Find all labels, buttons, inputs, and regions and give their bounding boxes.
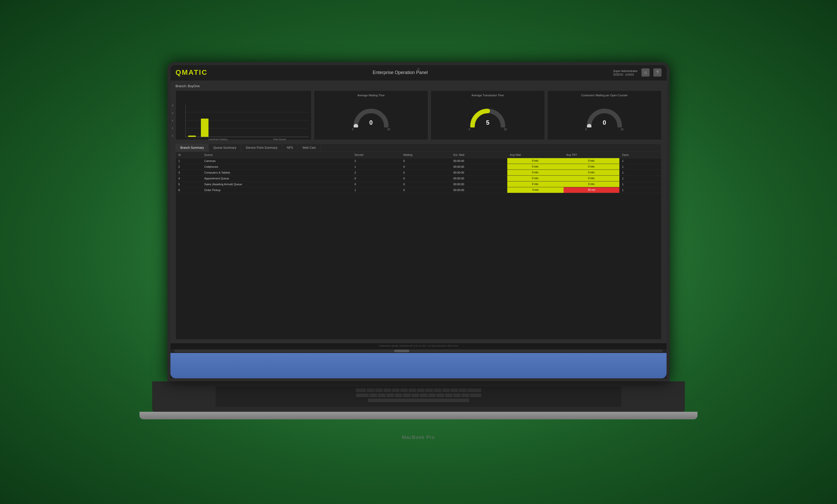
tab-queue-summary[interactable]: Queue Summary bbox=[209, 144, 241, 151]
cell-id: 8 bbox=[176, 187, 202, 193]
home-button[interactable]: ⌂ bbox=[641, 69, 649, 76]
table-container[interactable]: Id Queue Served Waiting Est. Wait Avg Wa… bbox=[176, 152, 661, 339]
user-info: Super Administrator Settings Logout bbox=[613, 70, 638, 75]
y-label-6: 6 bbox=[172, 112, 173, 114]
tab-nps[interactable]: NPS bbox=[282, 144, 298, 151]
main-content: Branch: BuyOne 8 6 4 bbox=[171, 80, 666, 343]
tabs-row: Branch Summary Queue Summary Service Poi… bbox=[176, 144, 661, 152]
cell-est-wait: 00:00:00 bbox=[451, 175, 507, 181]
cell-served: 2 bbox=[352, 169, 401, 175]
key bbox=[434, 389, 441, 392]
gauge-avg-wait: Average Waiting Time 0 bbox=[314, 91, 428, 140]
cell-avg-wait: 0 min. bbox=[507, 164, 564, 169]
scrollbar-area[interactable] bbox=[171, 349, 666, 353]
cell-queue: Cameras bbox=[202, 158, 352, 164]
col-avg-wait: Avg Wait bbox=[507, 152, 564, 158]
cell-id: 5 bbox=[176, 181, 202, 187]
cell-avg-trt: 30 min bbox=[564, 187, 619, 193]
cell-waiting: 0 bbox=[401, 187, 451, 193]
key bbox=[403, 393, 411, 397]
cell-id: 3 bbox=[176, 169, 202, 175]
table-row: 5 Sales (Awaiting Arrival) Queue 0 0 00:… bbox=[176, 181, 661, 187]
key bbox=[462, 393, 469, 397]
cell-avg-wait: 0 min. bbox=[507, 181, 564, 187]
gauge-avg-trt-max: 10 bbox=[504, 128, 507, 131]
bars-container bbox=[188, 104, 306, 137]
gauge-avg-wait-range: 0 10 bbox=[352, 128, 390, 131]
cell-served: 1 bbox=[352, 164, 401, 169]
chart-inner bbox=[185, 104, 309, 137]
cell-open: 1 bbox=[619, 181, 661, 187]
app-title: Enterprise Operation Panel bbox=[218, 70, 583, 75]
key bbox=[356, 389, 366, 392]
gauge-avg-wait-min: 0 bbox=[352, 128, 354, 131]
key bbox=[470, 393, 481, 397]
tab-branch-summary[interactable]: Branch Summary bbox=[176, 144, 209, 151]
table-row: 3 Computers & Tablets 2 0 00:00:00 0 min… bbox=[176, 169, 661, 175]
bar-total-served-bar bbox=[201, 118, 209, 137]
gauge-avg-wait-max: 10 bbox=[387, 128, 390, 131]
cell-waiting: 0 bbox=[401, 169, 451, 175]
bar-chart-widget: 8 6 4 2 0 bbox=[176, 91, 311, 140]
widgets-row: 8 6 4 2 0 bbox=[176, 91, 661, 140]
key bbox=[453, 393, 461, 397]
tabs-section: Branch Summary Queue Summary Service Poi… bbox=[176, 144, 661, 339]
key bbox=[442, 389, 450, 392]
cell-est-wait: 00:00:00 bbox=[451, 181, 507, 187]
cell-waiting: 0 bbox=[401, 158, 451, 164]
tab-service-point-summary[interactable]: Service Point Summary bbox=[241, 144, 282, 151]
y-label-4: 4 bbox=[172, 119, 173, 122]
gauge-avg-trt-container: 5 bbox=[469, 105, 507, 128]
cell-avg-trt: 0 min. bbox=[564, 169, 619, 175]
cell-open: 1 bbox=[619, 169, 661, 175]
cell-id: 1 bbox=[176, 158, 202, 164]
key bbox=[411, 393, 419, 397]
col-id: Id bbox=[176, 152, 202, 158]
cell-avg-trt: 0 min. bbox=[564, 175, 619, 181]
gauge-waiting-per-counter-container: 0 bbox=[585, 105, 623, 128]
key-row-3 bbox=[218, 398, 619, 403]
camera bbox=[417, 68, 420, 71]
cell-queue: Computers & Tablets bbox=[202, 169, 352, 175]
col-waiting: Waiting bbox=[401, 152, 451, 158]
gauge-waiting-per-counter-title: Customers Waiting per Open Counter bbox=[548, 94, 661, 97]
cell-served: 0 bbox=[352, 175, 401, 181]
key bbox=[378, 393, 386, 397]
footer-bar: Powered by Qmatic Orchestra R5.4 [2.4.0.… bbox=[171, 343, 666, 349]
key bbox=[459, 389, 466, 392]
chart-area: 8 6 4 2 0 bbox=[178, 93, 309, 137]
y-axis: 8 6 4 2 0 bbox=[172, 104, 173, 137]
cell-queue: Sales (Awaiting Arrival) Queue bbox=[202, 181, 352, 187]
cell-queue: Cellphones bbox=[202, 164, 352, 169]
settings-link[interactable]: Settings bbox=[613, 73, 623, 75]
gauge-waiting-per-counter-value: 0 bbox=[603, 119, 606, 126]
cell-est-wait: 00:00:00 bbox=[451, 187, 507, 193]
gauge-waiting-per-counter-range: 0 10 bbox=[585, 128, 623, 131]
cell-avg-trt: 0 min. bbox=[564, 164, 619, 169]
key bbox=[420, 393, 427, 397]
col-open: Open bbox=[619, 152, 661, 158]
cell-served: 1 bbox=[352, 187, 401, 193]
cell-est-wait: 00:00:00 bbox=[451, 164, 507, 169]
keyboard-inner bbox=[216, 387, 621, 407]
space-key bbox=[368, 398, 469, 403]
col-served: Served bbox=[352, 152, 401, 158]
key bbox=[386, 393, 394, 397]
table-row: 4 Appointment Queue 0 0 00:00:00 0 min. … bbox=[176, 175, 661, 181]
cell-id: 2 bbox=[176, 164, 202, 169]
logout-link[interactable]: Logout bbox=[625, 73, 634, 75]
key bbox=[437, 393, 444, 397]
help-button[interactable]: ? bbox=[653, 69, 661, 76]
scrollbar-thumb[interactable] bbox=[394, 350, 409, 352]
key bbox=[395, 393, 402, 397]
tab-web-cam[interactable]: Web Cam bbox=[298, 144, 321, 151]
key bbox=[450, 389, 458, 392]
scrollbar-track bbox=[174, 350, 663, 352]
cell-open: 1 bbox=[619, 187, 661, 193]
key bbox=[367, 389, 374, 392]
gauge-avg-trt-title: Average Transaction Time bbox=[431, 94, 545, 97]
gauge-waiting-per-counter: Customers Waiting per Open Counter 0 0 bbox=[547, 91, 661, 140]
footer-text: Powered by Qmatic Orchestra R5.4 [2.4.0.… bbox=[379, 344, 458, 347]
bar-total-served bbox=[201, 118, 209, 137]
cell-id: 4 bbox=[176, 175, 202, 181]
